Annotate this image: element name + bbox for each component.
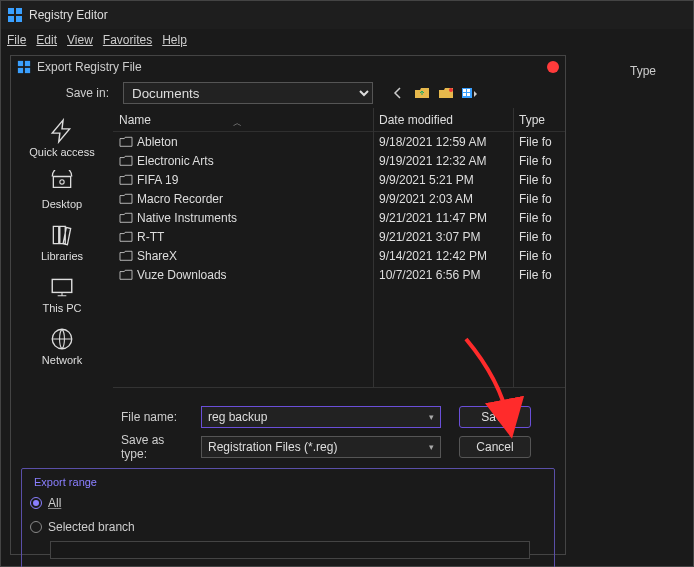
export-registry-dialog: Export Registry File Save in: Documents … (10, 55, 566, 555)
menubar: File Edit View Favorites Help (1, 29, 693, 51)
svg-rect-2 (8, 16, 14, 22)
col-header-name[interactable]: Name︿ (113, 113, 373, 127)
file-name-label: File name: (11, 410, 191, 424)
table-row[interactable]: ShareX9/14/2021 12:42 PMFile fo (113, 246, 565, 265)
svg-rect-6 (18, 68, 23, 73)
place-this-pc[interactable]: This PC (17, 270, 107, 318)
up-folder-icon[interactable] (413, 84, 431, 102)
export-range-group: Export range All Selected branch (21, 468, 555, 567)
folder-icon (119, 155, 133, 167)
save-button[interactable]: Save (459, 406, 531, 428)
svg-rect-7 (25, 68, 30, 73)
svg-rect-13 (467, 93, 470, 96)
save-as-type-select[interactable]: Registration Files (*.reg) ▾ (201, 436, 441, 458)
titlebar: Registry Editor (1, 1, 693, 29)
dialog-title: Export Registry File (37, 60, 142, 74)
place-libraries[interactable]: Libraries (17, 218, 107, 266)
radio-selected-branch[interactable]: Selected branch (30, 517, 546, 537)
radio-icon (30, 521, 42, 533)
annotation-dot (547, 61, 559, 73)
save-as-type-label: Save as type: (11, 433, 191, 461)
table-row[interactable]: Electronic Arts9/19/2021 12:32 AMFile fo (113, 151, 565, 170)
svg-rect-10 (463, 89, 466, 92)
sort-caret-icon: ︿ (233, 117, 242, 130)
table-row[interactable]: FIFA 199/9/2021 5:21 PMFile fo (113, 170, 565, 189)
table-row[interactable]: Native Instruments9/21/2021 11:47 PMFile… (113, 208, 565, 227)
svg-rect-0 (8, 8, 14, 14)
menu-favorites[interactable]: Favorites (103, 33, 152, 47)
table-row[interactable]: Vuze Downloads10/7/2021 6:56 PMFile fo (113, 265, 565, 284)
table-row[interactable]: R-TT9/21/2021 3:07 PMFile fo (113, 227, 565, 246)
svg-rect-11 (467, 89, 470, 92)
save-as-type-row: Save as type: Registration Files (*.reg)… (11, 432, 565, 462)
places-bar: Quick access Desktop Libraries This PC N… (11, 108, 113, 388)
svg-rect-3 (16, 16, 22, 22)
file-name-row: File name: reg backup ▾ Save (11, 402, 565, 432)
radio-icon (30, 497, 42, 509)
svg-rect-5 (25, 61, 30, 66)
menu-edit[interactable]: Edit (36, 33, 57, 47)
file-list: Name︿ Date modified Type Ableton9/18/202… (113, 108, 565, 388)
menu-help[interactable]: Help (162, 33, 187, 47)
svg-point-8 (449, 88, 453, 92)
folder-icon (119, 269, 133, 281)
folder-icon (119, 212, 133, 224)
folder-icon (119, 136, 133, 148)
selected-branch-input[interactable] (50, 541, 530, 559)
folder-icon (119, 250, 133, 262)
svg-rect-15 (52, 279, 72, 292)
svg-rect-1 (16, 8, 22, 14)
radio-all[interactable]: All (30, 493, 546, 513)
menu-view[interactable]: View (67, 33, 93, 47)
col-header-date[interactable]: Date modified (373, 113, 513, 127)
folder-icon (119, 174, 133, 186)
place-quick-access[interactable]: Quick access (17, 114, 107, 162)
dialog-icon (17, 60, 31, 74)
app-title: Registry Editor (29, 8, 108, 22)
save-in-label: Save in: (11, 86, 115, 100)
place-desktop[interactable]: Desktop (17, 166, 107, 214)
svg-point-14 (60, 180, 64, 184)
svg-rect-12 (463, 93, 466, 96)
new-folder-icon[interactable] (437, 84, 455, 102)
folder-icon (119, 193, 133, 205)
dialog-titlebar: Export Registry File (11, 56, 565, 78)
save-in-select[interactable]: Documents (123, 82, 373, 104)
table-row[interactable]: Macro Recorder9/9/2021 2:03 AMFile fo (113, 189, 565, 208)
chevron-down-icon[interactable]: ▾ (429, 412, 434, 422)
file-list-header: Name︿ Date modified Type (113, 108, 565, 132)
export-range-legend: Export range (30, 476, 101, 488)
folder-icon (119, 231, 133, 243)
save-in-row: Save in: Documents (11, 78, 565, 108)
col-header-type[interactable]: Type (513, 113, 565, 127)
chevron-down-icon[interactable]: ▾ (429, 442, 434, 452)
app-icon (7, 7, 23, 23)
back-icon[interactable] (389, 84, 407, 102)
views-icon[interactable] (461, 84, 479, 102)
bg-col-type[interactable]: Type (630, 64, 656, 78)
background-column-header: Type (570, 57, 689, 85)
place-network[interactable]: Network (17, 322, 107, 370)
cancel-button[interactable]: Cancel (459, 436, 531, 458)
menu-file[interactable]: File (7, 33, 26, 47)
svg-rect-4 (18, 61, 23, 66)
table-row[interactable]: Ableton9/18/2021 12:59 AMFile fo (113, 132, 565, 151)
file-name-input[interactable]: reg backup ▾ (201, 406, 441, 428)
